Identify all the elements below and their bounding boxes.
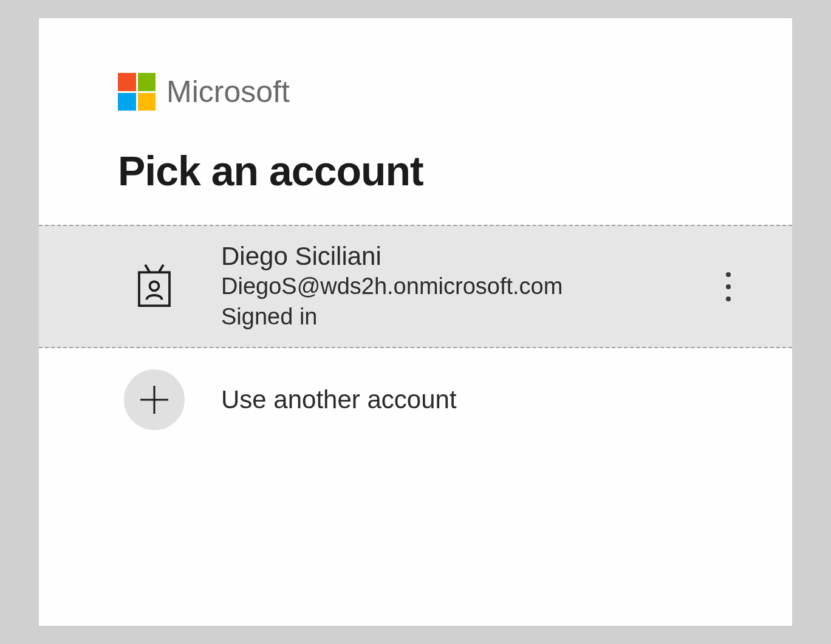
account-info: Diego Siciliani DiegoS@wds2h.onmicrosoft… [221,241,719,332]
account-picker-dialog: Microsoft Pick an account Diego Sicilian… [39,18,792,626]
use-another-account-button[interactable]: Use another account [39,348,792,451]
use-another-account-label: Use another account [221,385,457,414]
badge-icon [136,262,221,310]
more-options-icon[interactable] [719,272,737,301]
dialog-header: Microsoft Pick an account [39,73,792,194]
page-title: Pick an account [118,147,792,194]
brand-label: Microsoft [166,74,290,109]
account-item[interactable]: Diego Siciliani DiegoS@wds2h.onmicrosoft… [39,225,792,348]
plus-icon [124,369,185,430]
account-email: DiegoS@wds2h.onmicrosoft.com [221,272,719,301]
svg-rect-2 [139,272,169,306]
account-status: Signed in [221,302,719,332]
svg-point-3 [150,281,159,290]
account-name: Diego Siciliani [221,241,719,272]
microsoft-logo-icon [118,73,156,111]
brand-row: Microsoft [118,73,792,111]
